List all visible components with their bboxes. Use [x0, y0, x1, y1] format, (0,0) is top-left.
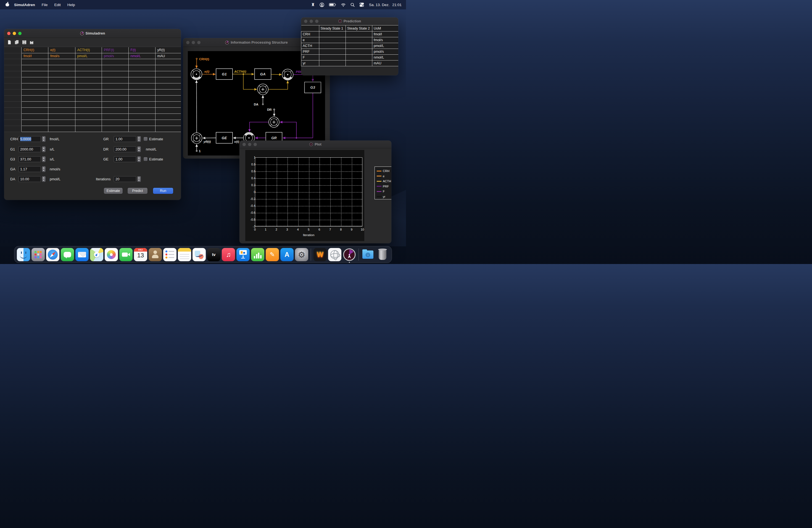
- menu-app-name[interactable]: SimulAdren: [14, 3, 35, 7]
- dock-facetime[interactable]: [119, 248, 133, 261]
- param-gr-input[interactable]: 1.00: [114, 136, 136, 142]
- menu-file[interactable]: File: [42, 3, 48, 7]
- dock-launchpad[interactable]: [31, 248, 45, 261]
- new-document-icon[interactable]: [7, 40, 12, 45]
- export-icon[interactable]: [29, 40, 34, 45]
- dock-photos[interactable]: [105, 248, 118, 261]
- param-g1-stepper[interactable]: [42, 146, 46, 152]
- iterations-stepper[interactable]: [137, 176, 141, 182]
- save-icon[interactable]: [22, 40, 27, 45]
- dock-messages[interactable]: [61, 248, 74, 261]
- minimize-icon[interactable]: [13, 32, 16, 35]
- dock-keynote[interactable]: [236, 248, 250, 261]
- dock-music[interactable]: ♫: [222, 248, 235, 261]
- plot-axes: [255, 157, 362, 226]
- dock-pages[interactable]: ✎: [266, 248, 279, 261]
- close-icon[interactable]: [304, 19, 307, 23]
- dock-trash[interactable]: [376, 248, 389, 261]
- chart-panel: 1 0.8 0.6 0.4 0.2 0 -0.2 -0.4 -0.6 -0.8 …: [245, 150, 364, 241]
- param-da-label: DA: [10, 177, 15, 181]
- param-g3-input[interactable]: 371.00: [18, 156, 41, 162]
- close-icon[interactable]: [186, 41, 189, 44]
- param-ga-input[interactable]: 1.17: [18, 166, 41, 172]
- param-g3-stepper[interactable]: [42, 156, 46, 162]
- close-icon[interactable]: [7, 32, 11, 35]
- dock-downloads-folder[interactable]: ↓: [361, 248, 375, 261]
- dock-safari[interactable]: [46, 248, 59, 261]
- dock-freeform[interactable]: [192, 248, 206, 261]
- param-ge-stepper[interactable]: [137, 156, 141, 162]
- main-title: Simuladren: [86, 31, 105, 35]
- copy-icon[interactable]: [14, 40, 19, 45]
- pred-row: ACTHpmol/L: [301, 43, 398, 49]
- param-ga-stepper[interactable]: [42, 166, 46, 172]
- prediction-titlebar[interactable]: Prediction: [301, 17, 398, 25]
- x-tick: 7: [327, 228, 333, 231]
- x-tick: 10: [360, 228, 365, 231]
- zoom-icon[interactable]: [197, 41, 201, 44]
- zoom-icon[interactable]: [253, 143, 257, 146]
- param-da-input[interactable]: 10.00: [18, 176, 41, 182]
- dock-app-store[interactable]: A: [280, 248, 294, 261]
- legend-e: e: [383, 175, 385, 178]
- dock-apple-tv[interactable]: tv: [207, 248, 220, 261]
- menu-edit[interactable]: Edit: [54, 3, 61, 7]
- minimize-icon[interactable]: [248, 143, 251, 146]
- apple-menu[interactable]: [5, 2, 9, 7]
- param-g1-input[interactable]: 2000.00: [18, 146, 41, 152]
- iterations-input[interactable]: 20: [114, 176, 136, 182]
- minimize-icon[interactable]: [309, 19, 313, 23]
- zoom-icon[interactable]: [18, 32, 21, 35]
- zoom-icon[interactable]: [315, 19, 318, 23]
- plot-legend: CRH e ACTH PRF F yr: [375, 166, 391, 200]
- dock-reminders[interactable]: [163, 248, 176, 261]
- dock-separator: [359, 249, 359, 261]
- control-center-icon[interactable]: [359, 2, 364, 7]
- dock-contacts[interactable]: [149, 248, 162, 261]
- clock-date: Sa. 13. Dez.: [369, 3, 389, 7]
- run-button[interactable]: Run: [153, 188, 173, 194]
- main-titlebar[interactable]: Simuladren: [4, 29, 181, 38]
- dock-maps[interactable]: [90, 248, 103, 261]
- dock-numbers[interactable]: [251, 248, 264, 261]
- close-icon[interactable]: [243, 143, 246, 146]
- legend-f: F: [383, 190, 385, 193]
- dock-finder[interactable]: [17, 248, 30, 261]
- dock-calendar[interactable]: DEZ13: [134, 248, 147, 261]
- wifi-icon[interactable]: [341, 3, 346, 6]
- estimate-ge-label: Estimate: [149, 157, 163, 161]
- col-f: F(t): [128, 47, 155, 53]
- menu-clock[interactable]: Sa. 13. Dez. 21:01: [369, 3, 402, 7]
- plot-titlebar[interactable]: Plot: [240, 141, 391, 148]
- dock-simuladren[interactable]: [343, 248, 356, 261]
- param-gr-label: GR: [103, 137, 109, 141]
- param-ge-input[interactable]: 1.00: [114, 156, 136, 162]
- x-tick: 1: [263, 228, 269, 231]
- param-da-stepper[interactable]: [42, 176, 46, 182]
- user-icon[interactable]: [320, 2, 324, 7]
- param-crh-unit: fmol/L: [50, 137, 59, 141]
- estimate-ge-checkbox[interactable]: [144, 157, 147, 161]
- dock-mail[interactable]: [75, 248, 89, 261]
- table-row: [4, 114, 181, 120]
- param-dr-input[interactable]: 200.00: [114, 146, 136, 152]
- estimate-gr-checkbox[interactable]: [144, 137, 147, 141]
- param-ge-label: GE: [103, 157, 108, 161]
- param-crh-stepper[interactable]: [42, 136, 46, 142]
- param-dr-stepper[interactable]: [137, 146, 141, 152]
- param-crh-input[interactable]: 5.0000: [18, 136, 41, 142]
- search-icon[interactable]: [350, 3, 354, 7]
- unit-prf: pmol/s: [102, 53, 129, 59]
- predict-button[interactable]: Predict: [128, 188, 147, 194]
- dock-notes[interactable]: [178, 248, 191, 261]
- minimize-icon[interactable]: [192, 41, 195, 44]
- main-toolbar: [4, 38, 181, 47]
- tower-icon[interactable]: ♜: [311, 2, 315, 7]
- menu-help[interactable]: Help: [68, 3, 75, 7]
- dock-wireframe-sphere-app[interactable]: [328, 248, 342, 261]
- estimate-button[interactable]: Estimate: [104, 188, 122, 194]
- dock-flame-w-app[interactable]: W: [314, 248, 327, 261]
- dock-system-settings[interactable]: ⚙: [295, 248, 308, 261]
- param-gr-stepper[interactable]: [137, 136, 141, 142]
- battery-icon[interactable]: [329, 3, 336, 6]
